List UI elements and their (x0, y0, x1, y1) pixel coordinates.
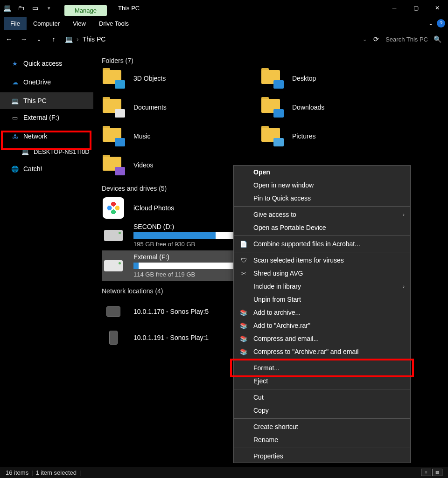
tab-view[interactable]: View (66, 17, 92, 30)
ctx-unpin-start[interactable]: Unpin from Start (234, 293, 410, 306)
ctx-separator (234, 360, 410, 360)
ctx-give-access-to[interactable]: Give access to› (234, 208, 410, 221)
pc-icon: 💻 (11, 97, 19, 104)
drive-external-f[interactable]: External (F:) 114 GB free of 119 GB (102, 250, 242, 281)
sidebar-item-network[interactable]: 🖧 Network (0, 128, 93, 145)
ctx-open[interactable]: Open (234, 166, 410, 179)
main-pane: Folders (7) 3D Objects Desktop Documents… (93, 48, 448, 467)
ctx-create-shortcut[interactable]: Create shortcut (234, 420, 410, 433)
drive-label: SECOND (D:) (133, 223, 236, 230)
maximize-button[interactable]: ▢ (405, 1, 427, 15)
quick-access-toolbar: 💻 🗀 ▭ ▾ (0, 4, 53, 12)
folder-music[interactable]: Music (102, 126, 232, 146)
drive-label: External (F:) (133, 253, 236, 261)
tiles-view-button[interactable]: ▦ (432, 469, 442, 476)
folder-label: Desktop (292, 75, 316, 82)
folder-icon (102, 97, 125, 118)
up-button[interactable]: ↑ (49, 35, 58, 43)
folder-desktop[interactable]: Desktop (260, 68, 391, 89)
status-bar: 16 items | 1 item selected | ≡ ▦ (0, 467, 448, 478)
sidebar-item-network-computer[interactable]: 💻 DESKTOP-NS1TI0D (0, 145, 93, 159)
tab-drive-tools[interactable]: Drive Tools (92, 17, 135, 30)
ctx-add-archive[interactable]: 📚Add to archive... (234, 306, 410, 319)
folder-videos[interactable]: Videos (102, 155, 232, 175)
address-dropdown-icon[interactable]: ⌄ (363, 36, 367, 42)
ctx-open-portable-device[interactable]: Open as Portable Device (234, 221, 410, 234)
ctx-open-new-window[interactable]: Open in new window (234, 179, 410, 192)
context-menu: Open Open in new window Pin to Quick acc… (233, 165, 411, 463)
help-icon[interactable]: ? (437, 19, 445, 28)
search-placeholder[interactable]: Search This PC (385, 36, 428, 43)
ribbon-collapse-icon[interactable]: ⌄ (428, 20, 433, 27)
device-icon (102, 302, 125, 321)
sidebar-item-this-pc[interactable]: 💻 This PC (0, 92, 93, 109)
folder-documents[interactable]: Documents (102, 97, 232, 118)
acrobat-icon: 📄 (239, 241, 248, 248)
ctx-scan-viruses[interactable]: 🛡Scan selected items for viruses (234, 254, 410, 267)
breadcrumb-current[interactable]: This PC (83, 35, 106, 43)
folder-downloads[interactable]: Downloads (260, 97, 391, 118)
drive-free-text: 195 GB free of 930 GB (133, 241, 236, 248)
folders-grid: 3D Objects Desktop Documents Downloads M… (102, 68, 400, 175)
drive-icon: ▭ (11, 114, 19, 121)
folder-icon (260, 97, 284, 118)
qat-menu-chevron[interactable]: ▾ (45, 4, 53, 12)
ctx-eject[interactable]: Eject (234, 374, 410, 388)
shred-icon: ✂ (239, 270, 248, 277)
ctx-combine-acrobat[interactable]: 📄Combine supported files in Acrobat... (234, 237, 410, 250)
forward-button[interactable]: → (20, 35, 28, 43)
breadcrumb[interactable]: 💻 › This PC (64, 35, 356, 43)
pc-icon: 💻 (21, 148, 29, 155)
ctx-pin-quick-access[interactable]: Pin to Quick access (234, 192, 410, 205)
details-view-button[interactable]: ≡ (421, 469, 431, 476)
shield-icon: 🛡 (239, 257, 248, 264)
window-controls: ─ ▢ ✕ (384, 1, 448, 15)
refresh-button[interactable]: ⟳ (373, 35, 379, 43)
archive-icon: 📚 (239, 309, 248, 316)
breadcrumb-sep: › (77, 35, 79, 43)
folder-label: Music (133, 132, 151, 140)
section-header-folders[interactable]: Folders (7) (102, 57, 448, 64)
content-area: ★ Quick access ☁ OneDrive 💻 This PC ▭ Ex… (0, 48, 448, 467)
search-icon[interactable]: 🔍 (434, 35, 441, 43)
separator: | (31, 469, 33, 476)
sidebar-item-onedrive[interactable]: ☁ OneDrive (0, 74, 93, 90)
minimize-button[interactable]: ─ (384, 1, 405, 15)
pc-icon[interactable]: 💻 (3, 4, 11, 12)
sidebar-item-label: Quick access (23, 60, 62, 67)
folder-3d-objects[interactable]: 3D Objects (102, 68, 232, 89)
network-label: 10.0.1.170 - Sonos Play:5 (133, 308, 209, 315)
tab-computer[interactable]: Computer (27, 17, 66, 30)
ctx-shred-avg[interactable]: ✂Shred using AVG (234, 267, 410, 280)
close-button[interactable]: ✕ (427, 1, 448, 15)
sidebar-item-label: Catch! (23, 165, 42, 173)
ctx-format[interactable]: Format... (234, 361, 410, 374)
ctx-separator (234, 448, 410, 448)
tab-file[interactable]: File (4, 17, 27, 30)
folder-icon[interactable]: 🗀 (17, 4, 25, 12)
sidebar-item-catch[interactable]: 🌐 Catch! (0, 160, 93, 177)
folder-icon (260, 126, 284, 146)
ctx-cut[interactable]: Cut (234, 391, 410, 404)
ctx-copy[interactable]: Copy (234, 404, 410, 417)
drive-icon[interactable]: ▭ (31, 4, 39, 12)
status-selected-count: 1 item selected (36, 469, 77, 476)
back-button[interactable]: ← (5, 35, 13, 43)
drive-label: iCloud Photos (133, 204, 174, 212)
sidebar-item-quick-access[interactable]: ★ Quick access (0, 55, 93, 72)
recent-locations-button[interactable]: ⌄ (35, 35, 43, 43)
ctx-rename[interactable]: Rename (234, 433, 410, 446)
status-item-count: 16 items (6, 469, 28, 476)
ctx-compress-email[interactable]: 📚Compress and email... (234, 332, 410, 345)
ctx-properties[interactable]: Properties (234, 450, 410, 463)
ctx-separator (234, 206, 410, 207)
manage-tab-label[interactable]: Manage (64, 5, 107, 16)
folder-pictures[interactable]: Pictures (260, 126, 391, 146)
ribbon: File Computer View Drive Tools ⌄ ? (0, 16, 448, 31)
ctx-add-archive-rar[interactable]: 📚Add to "Archive.rar" (234, 319, 410, 332)
sidebar-item-external-drive[interactable]: ▭ External (F:) (0, 109, 93, 126)
ctx-compress-rar-email[interactable]: 📚Compress to "Archive.rar" and email (234, 345, 410, 358)
ctx-include-library[interactable]: Include in library› (234, 280, 410, 293)
globe-icon: 🌐 (11, 165, 19, 173)
separator: | (79, 469, 81, 476)
